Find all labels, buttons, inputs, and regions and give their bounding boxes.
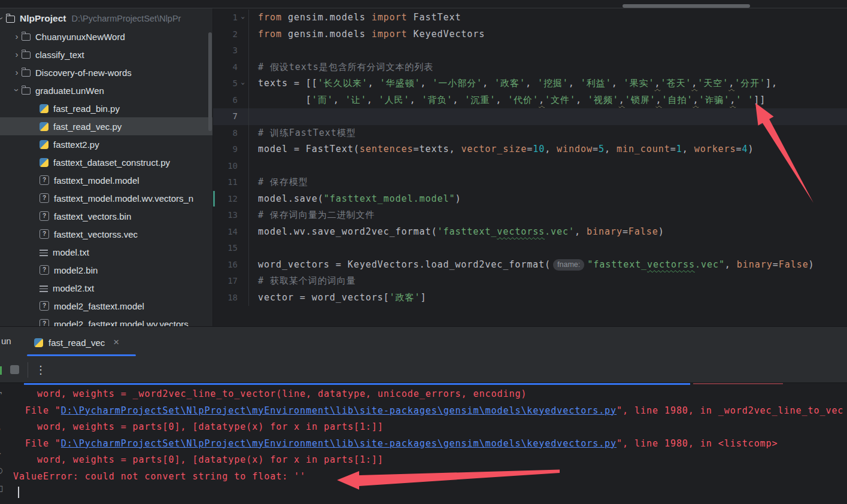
tree-row-model.txt[interactable]: model.txt xyxy=(0,243,213,261)
code-line-4[interactable]: 4# 假设texts是包含所有分词文本的列表 xyxy=(213,59,847,76)
tree-item-label: fasttext_vectorss.vec xyxy=(54,229,138,239)
text-caret xyxy=(18,487,19,498)
tree-row-model2_fasttext.model.wv.vectors[interactable]: model2_fasttext.model.wv.vectors xyxy=(0,315,213,326)
code-line-9[interactable]: 9model = FastText(sentences=texts, vecto… xyxy=(213,141,847,158)
tree-row-model2_fasttext.model[interactable]: model2_fasttext.model xyxy=(0,297,213,315)
token-str: ' ' xyxy=(736,95,754,105)
stacktrace-link[interactable]: D:\PycharmProjectSet\NlpProject\myEnviro… xyxy=(61,405,617,416)
tree-row-graduateLunWen[interactable]: ›graduateLunWen xyxy=(0,81,213,99)
fold-gutter xyxy=(238,240,248,257)
token-str: '苍天' xyxy=(660,78,691,89)
code-line-12[interactable]: 12model.save("fasttext_model.model") xyxy=(213,191,847,208)
console-history-icon[interactable]: ○ xyxy=(0,466,2,475)
code-line-6[interactable]: 6 ['而', '让', '人民', '背负', '沉重', '代价','文件'… xyxy=(213,92,847,109)
line-number: 3 xyxy=(213,42,238,59)
code-line-7[interactable]: 7 xyxy=(213,108,847,125)
run-tab-label: fast_read_vec xyxy=(48,338,105,348)
tree-row-ChuanyunuxNewWord[interactable]: ›ChuanyunuxNewWord xyxy=(0,28,213,45)
console-error-text: ", line 1980, in _word2vec_line_to_vec xyxy=(617,405,843,416)
parameter-hint-inlay: fname: xyxy=(553,259,584,271)
chevron-right-icon[interactable]: › xyxy=(12,31,22,41)
token-param: binary xyxy=(737,259,773,270)
tree-row-fasttext_model.model.wv.vectors_n[interactable]: fasttext_model.model.wv.vectors_n xyxy=(0,189,213,207)
tree-row-classify_text[interactable]: ›classify_text xyxy=(0,45,213,63)
tree-row-model2.bin[interactable]: model2.bin xyxy=(0,261,213,279)
fold-gutter xyxy=(238,158,248,175)
token-typo: , xyxy=(730,95,736,105)
code-text: from gensim.models import KeyedVectors xyxy=(248,26,485,43)
code-editor[interactable]: 1›from gensim.models import FastText2fro… xyxy=(213,8,847,326)
token-str: "fasttext_model.model" xyxy=(324,193,456,204)
token-num: 5 xyxy=(599,144,605,154)
chevron-right-icon[interactable]: › xyxy=(12,49,22,59)
token-txt: , xyxy=(333,95,345,105)
chevron-down-icon[interactable]: › xyxy=(0,13,7,23)
console-icon-1[interactable]: ¬ xyxy=(0,388,2,397)
line-number: 14 xyxy=(213,224,238,241)
text-icon xyxy=(40,286,48,292)
stop-button[interactable] xyxy=(10,365,19,374)
token-typo: , xyxy=(728,78,734,89)
token-typo: , xyxy=(693,95,699,105)
token-param: binary xyxy=(587,226,623,237)
code-line-15[interactable]: 15 xyxy=(213,240,847,257)
run-tab[interactable]: fast_read_vec × xyxy=(34,333,119,351)
token-txt: , xyxy=(605,144,617,154)
project-tree-panel: ›NlpProjectD:\PycharmProjectSet\NlpPr›Ch… xyxy=(0,8,213,326)
token-txt: , xyxy=(575,226,587,237)
rerun-icon[interactable] xyxy=(0,366,2,375)
code-line-2[interactable]: 2from gensim.models import KeyedVectors xyxy=(213,26,847,43)
line-number: 16 xyxy=(213,257,238,274)
code-line-5[interactable]: 5›texts = [['长久以来', '华盛顿', '一小部分', '政客',… xyxy=(213,75,847,92)
horizontal-scrollbar-thumb[interactable] xyxy=(623,4,750,8)
fold-chevron-icon[interactable]: › xyxy=(238,10,248,26)
console-clear-icon[interactable]: □ xyxy=(0,484,3,493)
tree-row-fasttext2.py[interactable]: fasttext2.py xyxy=(0,135,213,153)
code-line-16[interactable]: 16word_vectors = KeyedVectors.load_word2… xyxy=(213,257,847,274)
code-line-14[interactable]: 14model.wv.save_word2vec_format('fasttex… xyxy=(213,224,847,241)
token-str: '利益' xyxy=(581,78,612,89)
tree-row-fast_read_bin.py[interactable]: fast_read_bin.py xyxy=(0,99,213,117)
console-scroll-end-icon[interactable]: ↓ xyxy=(0,448,2,457)
chevron-right-icon[interactable]: › xyxy=(12,67,22,77)
tree-row-NlpProject[interactable]: ›NlpProjectD:\PycharmProjectSet\NlpPr xyxy=(0,10,205,28)
run-console[interactable]: ¬5↓○□ word, weights = _word2vec_line_to_… xyxy=(0,383,847,504)
token-param: workers xyxy=(694,144,736,154)
code-line-8[interactable]: 8# 训练FastText模型 xyxy=(213,125,847,142)
fold-chevron-icon[interactable]: › xyxy=(238,75,248,92)
code-line-13[interactable]: 13# 保存词向量为二进制文件 xyxy=(213,207,847,224)
code-line-1[interactable]: 1›from gensim.models import FastText xyxy=(213,10,847,26)
chevron-down-icon[interactable]: › xyxy=(12,85,22,95)
tree-row-model2.txt[interactable]: model2.txt xyxy=(0,279,213,297)
python-icon xyxy=(40,158,48,167)
code-line-10[interactable]: 10 xyxy=(213,158,847,175)
more-options-button[interactable]: ⋮ xyxy=(35,361,46,379)
console-softwrap-icon[interactable]: 5 xyxy=(0,424,1,433)
line-number: 2 xyxy=(213,26,238,43)
code-line-3[interactable]: 3 xyxy=(213,42,847,59)
tree-row-fasttext_model.model[interactable]: fasttext_model.model xyxy=(0,171,213,189)
stacktrace-link[interactable]: D:\PycharmProjectSet\NlpProject\myEnviro… xyxy=(61,438,617,449)
code-line-18[interactable]: 18vector = word_vectors['政客'] xyxy=(213,290,847,306)
line-number: 18 xyxy=(213,290,238,306)
tree-row-Discovery-of-new-words[interactable]: ›Discovery-of-new-words xyxy=(0,63,213,81)
close-icon[interactable]: × xyxy=(113,336,119,348)
tree-row-fasttext_vectors.bin[interactable]: fasttext_vectors.bin xyxy=(0,207,213,225)
code-line-11[interactable]: 11# 保存模型 xyxy=(213,174,847,191)
console-prompt-line[interactable] xyxy=(13,485,847,502)
tree-scrollbar-thumb[interactable] xyxy=(208,32,212,131)
tree-row-fasttext_vectorss.vec[interactable]: fasttext_vectorss.vec xyxy=(0,225,213,243)
token-str: '挖掘' xyxy=(538,78,569,89)
token-txt: [ xyxy=(258,95,312,105)
tree-item-label: ChuanyunuxNewWord xyxy=(35,32,125,42)
token-txt: model.save( xyxy=(258,193,324,204)
token-txt: = xyxy=(736,144,742,154)
token-com: # 保存模型 xyxy=(258,177,308,187)
console-error-text: File " xyxy=(13,405,61,416)
code-line-17[interactable]: 17# 获取某个词的词向量 xyxy=(213,273,847,290)
line-number: 15 xyxy=(213,240,238,257)
tree-row-fasttext_dataset_construct.py[interactable]: fasttext_dataset_construct.py xyxy=(0,153,213,171)
tree-row-fast_read_vec.py[interactable]: fast_read_vec.py xyxy=(0,117,213,135)
tree-item-label: Discovery-of-new-words xyxy=(35,68,132,78)
code-text: model = FastText(sentences=texts, vector… xyxy=(248,141,754,158)
